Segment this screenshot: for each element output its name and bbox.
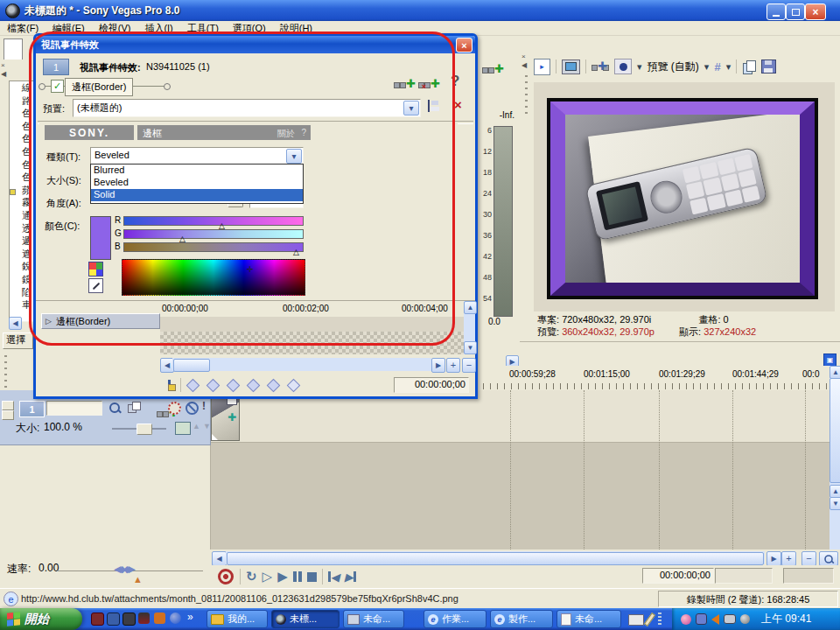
about-help-icon[interactable]: ? (301, 128, 306, 137)
restore-button[interactable] (786, 4, 805, 20)
hscroll-right[interactable]: ▶ (766, 551, 781, 566)
r-slider[interactable] (123, 216, 304, 226)
dock-scroll-left[interactable]: ◀ (9, 317, 22, 330)
external-monitor-icon[interactable] (562, 60, 580, 74)
quicklaunch-icon-2[interactable] (107, 612, 120, 626)
preview-mode-arrow[interactable]: ▾ (704, 61, 710, 73)
tray-volume-icon[interactable] (711, 614, 719, 625)
close-button[interactable]: × (805, 4, 826, 20)
taskbar-button-2-active[interactable]: 未標... (271, 610, 340, 628)
track-size-slider-handle[interactable] (136, 424, 152, 435)
kf-vscroll-up[interactable]: ▲ (464, 301, 477, 314)
vscroll-thumb[interactable] (830, 378, 840, 483)
clip-fx-icon[interactable]: ✚ (228, 411, 236, 424)
track-area[interactable]: ✚ (210, 390, 830, 550)
kf-hscrollbar[interactable]: ◀ ▶ + − (160, 358, 475, 372)
g-slider[interactable] (123, 229, 304, 239)
play-from-start-button[interactable]: ▷ (262, 569, 273, 584)
quicklaunch-icon-5[interactable] (154, 612, 165, 624)
cursor-timecode-box[interactable]: 00:00:00;00 (642, 568, 714, 584)
loop-button[interactable]: ↻ (246, 569, 257, 584)
preview-close-icon[interactable]: × (522, 52, 526, 60)
kf-delete-button[interactable] (284, 377, 302, 393)
type-dropdown-arrow[interactable]: ▾ (286, 149, 302, 164)
track-pancrop-icon[interactable] (126, 401, 142, 415)
dialog-help-icon[interactable]: ? (451, 73, 459, 90)
taskbar-button-3[interactable]: 未命... (343, 610, 404, 628)
docking-icon[interactable]: ▣ (823, 354, 836, 367)
timeline-vscrollbar[interactable]: ▲ ▲ ▼ (830, 366, 840, 550)
stop-button[interactable] (307, 572, 317, 582)
go-to-end-button[interactable]: ▶ (345, 570, 356, 584)
track-zoom-icon[interactable] (107, 401, 122, 415)
quicklaunch-overflow[interactable]: » (187, 611, 193, 623)
dialog-titlebar[interactable]: 視訊事件特效 × (36, 36, 475, 53)
plugin-tab-label[interactable]: 邊框 (143, 127, 162, 140)
hscroll-thumb[interactable] (227, 552, 764, 565)
quicklaunch-icon-6[interactable] (170, 612, 181, 624)
kf-next-button[interactable] (244, 377, 262, 393)
zoom-tool-button[interactable] (819, 551, 838, 566)
about-link[interactable]: 關於 (277, 128, 295, 140)
kf-zoom-in[interactable]: + (446, 358, 460, 373)
record-button[interactable] (217, 568, 234, 585)
dropdown-option-blurred[interactable]: Blurred (91, 164, 303, 177)
kf-timecode-box[interactable]: 00:00:00;00 (394, 377, 469, 393)
quality-dropdown-arrow[interactable]: ▾ (637, 61, 642, 73)
video-output-fx-icon[interactable]: ✚ (592, 60, 609, 73)
taskbar-button-6[interactable]: 未命... (556, 610, 621, 628)
kf-first-button[interactable] (184, 377, 201, 393)
track-down-icon[interactable]: ▼ (203, 422, 211, 430)
taskbar-button-5[interactable]: e 製作... (490, 610, 553, 628)
new-project-icon[interactable] (4, 38, 23, 61)
kf-insert-button[interactable] (224, 377, 242, 393)
expand-icon[interactable]: ▷ (46, 317, 52, 326)
dock-pin-icon[interactable]: ◀ (1, 70, 6, 78)
kf-vscrollbar[interactable]: ▲ ▼ (464, 301, 475, 354)
preset-dropdown-arrow[interactable]: ▾ (403, 101, 419, 116)
keyframe-track-header[interactable]: ▷ 邊框(Border) (41, 313, 160, 329)
keyboard-layout-icon[interactable] (628, 614, 644, 626)
go-to-start-button[interactable]: ◀ (328, 570, 340, 584)
taskbar-button-1[interactable]: 我的... (206, 610, 268, 628)
delete-preset-icon[interactable]: × (454, 97, 462, 112)
track-compositing-icon[interactable] (175, 422, 191, 435)
track-restore-button[interactable] (2, 410, 14, 420)
kf-last-button[interactable] (264, 377, 282, 393)
tray-icon-5[interactable] (740, 614, 750, 624)
vscroll-down[interactable]: ▼ (830, 497, 840, 510)
dialog-close-button[interactable]: × (456, 38, 472, 52)
kf-prev-button[interactable] (204, 377, 221, 393)
timeline-hscrollbar[interactable]: ◀ ▶ + − (210, 550, 840, 565)
rate-slider-handle[interactable]: ◀◆◆▶ (114, 564, 133, 575)
vscroll-up2[interactable]: ▲ (830, 485, 840, 498)
kf-zoom-out[interactable]: − (462, 358, 476, 373)
type-combobox[interactable]: Beveled ▾ (90, 147, 304, 165)
effect-list-partial[interactable]: 線 路 色 色 色 色 色 色 蘋 霧 通 透 遞 遮 銳 鏡 陷 車 (9, 80, 34, 322)
play-button[interactable]: ▶ (277, 569, 288, 584)
save-preset-icon[interactable] (428, 100, 430, 112)
b-slider[interactable] (123, 242, 304, 252)
taskbar-button-4[interactable]: e 作業... (424, 610, 486, 628)
preview-pin-icon[interactable]: ◀ (522, 61, 527, 69)
kf-hscroll-track[interactable] (172, 358, 431, 371)
dock-tab[interactable]: 選擇 (3, 332, 33, 349)
track-solo-icon[interactable]: ! (202, 400, 206, 412)
quicklaunch-icon-3[interactable] (122, 612, 136, 626)
hscroll-track[interactable] (226, 551, 765, 564)
copy-snapshot-icon[interactable] (742, 60, 756, 74)
zoom-in-button[interactable]: + (781, 551, 796, 566)
preview-mode-label[interactable]: 預覽 (自動) (648, 60, 699, 74)
preset-combobox[interactable]: (未標題的) ▾ (73, 99, 421, 117)
hscroll-left[interactable]: ◀ (212, 551, 227, 566)
quicklaunch-icon-1[interactable] (91, 612, 104, 626)
zoom-out-button[interactable]: − (802, 551, 816, 566)
kf-hscroll-right[interactable]: ▶ (431, 358, 445, 373)
grid-dropdown-arrow[interactable]: ▾ (726, 61, 732, 73)
b-slider-handle[interactable]: △ (293, 248, 299, 256)
dock-close-icon[interactable]: × (1, 61, 5, 69)
track-minimize-button[interactable] (2, 401, 14, 410)
sync-cursor-icon[interactable] (160, 377, 178, 393)
preview-quality-icon[interactable] (614, 59, 632, 74)
track-up-icon[interactable]: ▲ (192, 422, 200, 430)
